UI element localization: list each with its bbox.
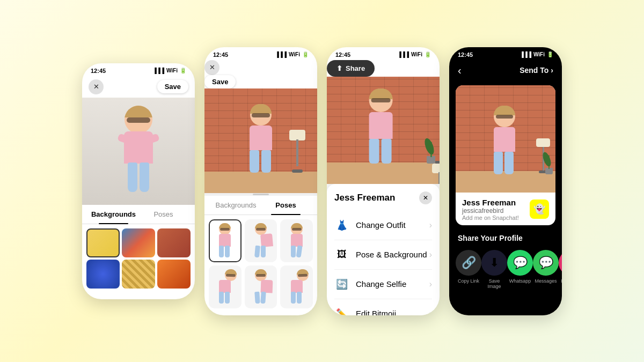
room-floor-3 (327, 162, 440, 184)
chevron-selfie: › (429, 279, 432, 289)
back-button-4[interactable]: ‹ (458, 64, 462, 77)
share-button-3[interactable]: ⬆ Share (327, 60, 375, 77)
pose-mini-5 (251, 269, 270, 305)
menu-item-outfit[interactable]: 👗 Change Outfit › (334, 211, 432, 240)
handle-bar (253, 194, 269, 195)
share-messages[interactable]: 💬 Messages (533, 250, 559, 289)
pose-thumb-1[interactable] (209, 219, 241, 262)
menu-item-bitmoji[interactable]: ✏️ Edit Bitmoji › (334, 299, 432, 315)
phone2-top-bar: ✕ Save (204, 60, 317, 88)
share-copy-link[interactable]: 🔗 Copy Link (456, 250, 481, 289)
background-grid-1 (82, 224, 195, 293)
status-bar-1: 12:45 ▐▐▐ WiFi 🔋 (82, 63, 195, 76)
pose-thumb-2[interactable] (245, 219, 277, 262)
pm-leg-left-5 (254, 291, 260, 304)
bg-leopard-thumb[interactable] (122, 260, 155, 289)
avatar-figure-1 (114, 106, 163, 197)
battery-icon-2: 🔋 (302, 51, 309, 57)
phone-2: 12:45 ▐▐▐ WiFi 🔋 ✕ Save (204, 47, 317, 315)
brick-scene-3 (327, 77, 440, 184)
menu-label-pose: Pose & Background (356, 250, 429, 259)
avatar-glasses-1 (127, 117, 150, 123)
pm-glasses-3 (292, 228, 302, 231)
room-plant-3 (423, 131, 438, 164)
bg-blue-thumb[interactable] (86, 260, 120, 289)
avatar-leg-left-1 (128, 162, 137, 192)
pm-body-6 (291, 280, 303, 293)
room-plant-4 (543, 145, 555, 174)
context-title-3: Jess Freeman (334, 193, 395, 203)
pose-thumb-6[interactable] (280, 265, 313, 308)
tab-poses-2[interactable]: Poses (261, 196, 311, 215)
pm-body-1 (219, 234, 231, 247)
snapcode-4[interactable]: 👻 (530, 200, 549, 219)
battery-icon-4: 🔋 (547, 51, 553, 57)
wifi-icon-3: WiFi (411, 51, 422, 57)
time-4: 12:45 (458, 51, 473, 58)
pm-leg-right-5 (260, 291, 266, 304)
pm-leg-left-3 (291, 246, 296, 257)
save-image-icon: ⬇ (481, 250, 507, 276)
phone-3: 12:45 ▐▐▐ WiFi 🔋 ⬆ Share (327, 47, 440, 315)
context-close-3[interactable]: ✕ (419, 191, 432, 204)
pm-glasses-2 (256, 228, 266, 231)
pose-mini-2 (251, 223, 270, 258)
whatsapp-label: Whatsapp (509, 278, 531, 284)
avatar-arm-right-1 (148, 133, 160, 143)
share-instagram[interactable]: 📷 Instagram Stories (559, 250, 562, 289)
pose-icon: 🖼 (334, 247, 349, 262)
signal-icon-2: ▐▐▐ (275, 51, 287, 57)
pm-legs-5 (255, 292, 267, 304)
save-button-1[interactable]: Save (157, 80, 188, 93)
pm-body-5 (261, 279, 273, 293)
status-icons-4: ▐▐▐ WiFi 🔋 (520, 51, 553, 57)
menu-item-selfie[interactable]: 🔄 Change Selfie › (334, 270, 432, 299)
share-icons-row-4: 🔗 Copy Link ⬇ Save Image 💬 Whatsapp 💬 Me… (449, 246, 562, 293)
share-section-title-4: Share Your Profile (449, 230, 562, 246)
bg-orange-thumb[interactable] (157, 260, 191, 289)
pm-leg-left-1 (219, 246, 224, 257)
status-bar-4: 12:45 ▐▐▐ WiFi 🔋 (449, 47, 562, 60)
avatar-display-1 (82, 98, 195, 205)
time-2: 12:45 (213, 51, 228, 58)
status-icons-2: ▐▐▐ WiFi 🔋 (275, 51, 309, 57)
tab-backgrounds-2[interactable]: Backgrounds (211, 196, 261, 215)
pose-thumb-3[interactable] (280, 219, 313, 262)
share-whatsapp[interactable]: 💬 Whatsapp (507, 250, 533, 289)
pm-body-4 (219, 280, 231, 293)
instagram-icon: 📷 (559, 250, 562, 276)
pose-thumb-4[interactable] (209, 265, 241, 308)
menu-item-pose[interactable]: 🖼 Pose & Background › (334, 240, 432, 270)
pm-legs-3 (291, 246, 303, 257)
profile-card-4: Jess Freeman jessicafreebird Add me on S… (456, 85, 555, 225)
pm-leg-left-2 (254, 245, 260, 257)
profile-info-4: Jess Freeman jessicafreebird Add me on S… (456, 193, 555, 225)
bg-brick-thumb[interactable] (157, 228, 191, 257)
pose-grid-2 (204, 215, 317, 313)
close-button-1[interactable]: ✕ (89, 79, 104, 94)
pm-head-2 (255, 223, 267, 235)
share-save-image[interactable]: ⬇ Save Image (481, 250, 507, 289)
bg-yellow-thumb[interactable] (86, 228, 120, 257)
tab-backgrounds-1[interactable]: Backgrounds (89, 205, 138, 224)
save-button-2[interactable]: Save (204, 75, 236, 88)
tab-poses-1[interactable]: Poses (138, 205, 188, 224)
pm-head-5 (255, 269, 267, 281)
pose-thumb-5[interactable] (245, 265, 277, 308)
copy-link-icon: 🔗 (456, 250, 481, 276)
bg-sunset-thumb[interactable] (122, 228, 155, 257)
pm-legs-1 (219, 246, 231, 257)
profile-username-4: jessicafreebird (462, 207, 519, 215)
pm-leg-right-3 (296, 245, 302, 257)
pm-leg-right-6 (297, 292, 302, 304)
pose-mini-6 (287, 269, 306, 305)
close-button-2[interactable]: ✕ (204, 60, 219, 75)
pm-glasses-6 (298, 274, 308, 277)
send-to-nav[interactable]: Send To › (519, 66, 553, 75)
profile-image-4 (456, 85, 555, 193)
battery-icon-1: 🔋 (180, 68, 186, 73)
pm-leg-left-6 (291, 292, 296, 304)
phone-4: 12:45 ▐▐▐ WiFi 🔋 ‹ Send To › (449, 47, 562, 315)
pm-body-3 (291, 234, 303, 247)
profile-name-4: Jess Freeman (462, 198, 519, 207)
